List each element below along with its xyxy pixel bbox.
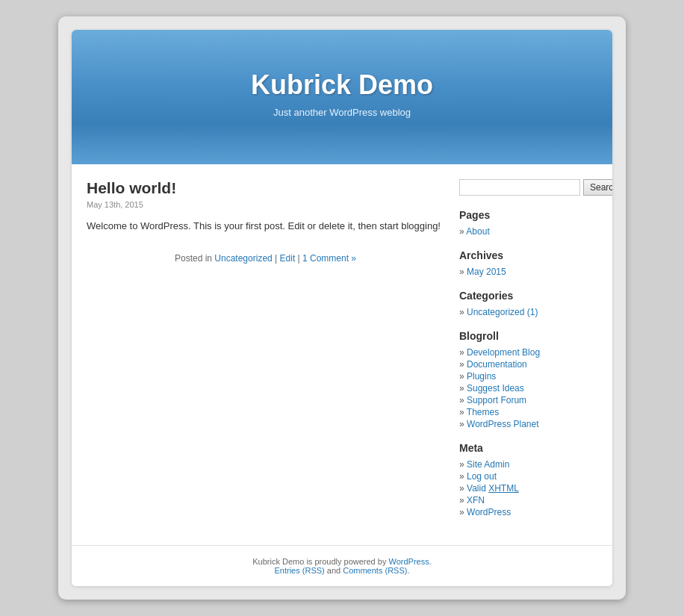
footer-comments-rss-link[interactable]: Comments (RSS): [343, 566, 407, 575]
meta-list: Site Admin Log out Valid XHTML XFN WordP…: [459, 458, 597, 518]
meta-logout-link[interactable]: Log out: [467, 471, 497, 482]
list-item: XFN: [459, 494, 597, 506]
footer-prefix: Kubrick Demo is proudly powered by: [252, 557, 386, 566]
categories-list: Uncategorized (1): [459, 306, 597, 318]
pages-about-link[interactable]: About: [466, 226, 489, 237]
list-item: Suggest Ideas: [459, 382, 597, 394]
archives-widget: Archives May 2015: [459, 249, 597, 278]
site-header: Kubrick Demo Just another WordPress webl…: [72, 30, 612, 164]
post-date: May 13th, 2015: [87, 200, 444, 209]
category-link[interactable]: Uncategorized: [214, 253, 272, 264]
meta-title: Meta: [459, 442, 597, 454]
pages-title: Pages: [459, 209, 597, 221]
blogroll-plugins-link[interactable]: Plugins: [467, 371, 496, 382]
site-footer: Kubrick Demo is proudly powered by WordP…: [72, 545, 612, 586]
archive-may2015-link[interactable]: May 2015: [467, 267, 506, 277]
archives-title: Archives: [459, 249, 597, 261]
list-item: WordPress Planet: [459, 418, 597, 430]
meta-xfn-link[interactable]: XFN: [467, 495, 485, 505]
categories-widget: Categories Uncategorized (1): [459, 290, 597, 318]
xhtml-label: XHTML: [488, 483, 519, 494]
footer-period: .: [407, 566, 409, 575]
list-item: Plugins: [459, 370, 597, 382]
meta-wordpress-link[interactable]: WordPress: [467, 507, 511, 517]
site-tagline: Just another WordPress weblog: [273, 107, 411, 118]
meta-siteadmin-link[interactable]: Site Admin: [467, 459, 509, 470]
list-item: Site Admin: [459, 458, 597, 470]
meta-widget: Meta Site Admin Log out Valid XHTML XFN …: [459, 442, 597, 518]
blogroll-wpplanet-link[interactable]: WordPress Planet: [467, 419, 539, 429]
search-button[interactable]: Search: [583, 179, 612, 196]
footer-entries-rss-link[interactable]: Entries (RSS): [275, 566, 325, 575]
comments-link[interactable]: 1 Comment »: [302, 253, 356, 264]
list-item: About: [459, 225, 597, 237]
blogroll-docs-link[interactable]: Documentation: [467, 359, 527, 370]
main-content: Hello world! May 13th, 2015 Welcome to W…: [87, 179, 444, 530]
list-item: May 2015: [459, 266, 597, 278]
pages-widget: Pages About: [459, 209, 597, 237]
category-uncategorized-link[interactable]: Uncategorized (1): [467, 307, 538, 317]
content-area: Hello world! May 13th, 2015 Welcome to W…: [72, 164, 612, 545]
list-item: Support Forum: [459, 394, 597, 406]
list-item: WordPress: [459, 506, 597, 518]
edit-link[interactable]: Edit: [280, 253, 296, 264]
post-content: Welcome to WordPress. This is your first…: [87, 218, 444, 234]
categories-title: Categories: [459, 290, 597, 302]
meta-xhtml-link[interactable]: Valid XHTML: [467, 483, 519, 494]
search-input[interactable]: [459, 179, 580, 196]
posted-in-label: Posted in: [175, 253, 212, 264]
post-footer: Posted in Uncategorized | Edit | 1 Comme…: [87, 249, 444, 264]
footer-text: Kubrick Demo is proudly powered by WordP…: [87, 557, 597, 575]
list-item: Valid XHTML: [459, 482, 597, 494]
outer-wrapper: Kubrick Demo Just another WordPress webl…: [58, 16, 626, 600]
post: Hello world! May 13th, 2015 Welcome to W…: [87, 179, 444, 264]
blogroll-devblog-link[interactable]: Development Blog: [467, 347, 540, 358]
pages-list: About: [459, 225, 597, 237]
footer-and: and: [327, 566, 341, 575]
list-item: Themes: [459, 406, 597, 418]
footer-wordpress-link[interactable]: WordPress: [388, 557, 429, 566]
list-item: Documentation: [459, 358, 597, 370]
search-widget: Search: [459, 179, 597, 196]
site-title: Kubrick Demo: [251, 69, 433, 101]
list-item: Log out: [459, 470, 597, 482]
post-title: Hello world!: [87, 179, 444, 197]
blogroll-title: Blogroll: [459, 330, 597, 342]
archives-list: May 2015: [459, 266, 597, 278]
list-item: Uncategorized (1): [459, 306, 597, 318]
blogroll-support-link[interactable]: Support Forum: [467, 395, 526, 405]
list-item: Development Blog: [459, 346, 597, 358]
blogroll-list: Development Blog Documentation Plugins S…: [459, 346, 597, 430]
site-container: Kubrick Demo Just another WordPress webl…: [72, 30, 612, 586]
blogroll-themes-link[interactable]: Themes: [467, 407, 499, 417]
blogroll-widget: Blogroll Development Blog Documentation …: [459, 330, 597, 430]
sidebar: Search Pages About Archives: [459, 179, 597, 530]
blogroll-suggest-link[interactable]: Suggest Ideas: [467, 383, 524, 393]
